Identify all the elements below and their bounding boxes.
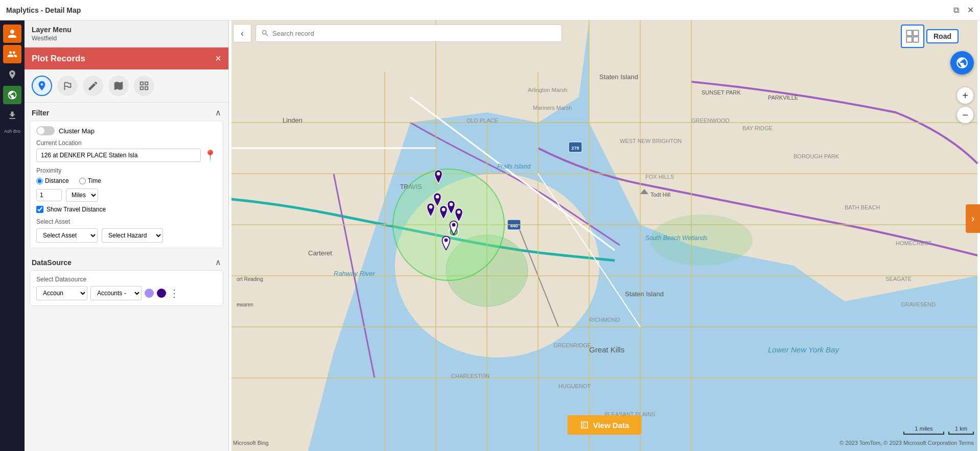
view-data-button[interactable]: View Data bbox=[568, 415, 642, 435]
left-arrow-icon: ‹ bbox=[241, 28, 244, 39]
map-left-arrow-button[interactable]: ‹ bbox=[233, 24, 251, 42]
map-type-icon[interactable] bbox=[901, 25, 924, 48]
svg-text:OLD PLACE: OLD PLACE bbox=[466, 117, 498, 124]
show-travel-distance-row: Show Travel Distance bbox=[36, 206, 217, 213]
location-pin-icon[interactable]: 📍 bbox=[204, 149, 217, 161]
datasource-row: Accoun Accounts - ⋮ bbox=[36, 286, 217, 300]
datasource-select-2[interactable]: Accounts - bbox=[90, 286, 142, 300]
pin-tool-button[interactable] bbox=[57, 76, 78, 96]
map-right-arrow-button[interactable]: › bbox=[966, 204, 980, 233]
svg-rect-62 bbox=[906, 37, 912, 42]
time-label: Time bbox=[88, 177, 101, 184]
map-top-bar: ‹ bbox=[229, 20, 980, 46]
nav-globe-button[interactable] bbox=[950, 51, 974, 75]
svg-point-25 bbox=[446, 235, 528, 306]
nav-map-pin-icon[interactable] bbox=[3, 65, 21, 84]
svg-text:Great Kills: Great Kills bbox=[589, 345, 624, 354]
location-row: 📍 bbox=[36, 149, 217, 162]
svg-text:Lower New York Bay: Lower New York Bay bbox=[768, 345, 839, 354]
svg-text:Linden: Linden bbox=[283, 116, 302, 124]
proximity-number-input[interactable] bbox=[36, 189, 62, 201]
datasource-dot-dark bbox=[157, 289, 166, 298]
hazard-select[interactable]: Select Hazard Hazard 1 bbox=[102, 228, 163, 243]
svg-rect-61 bbox=[913, 30, 919, 36]
distance-radio[interactable] bbox=[36, 178, 43, 184]
datasource-collapse-button[interactable]: ∧ bbox=[215, 257, 221, 267]
zoom-out-button[interactable]: − bbox=[956, 106, 974, 124]
nav-team-icon[interactable] bbox=[3, 45, 21, 63]
svg-text:South Beach Wetlands: South Beach Wetlands bbox=[645, 234, 708, 242]
layer-menu-label: Layer Menu bbox=[32, 26, 72, 34]
svg-text:BAY RIDGE: BAY RIDGE bbox=[742, 125, 773, 131]
nav-bar: Ash Bro bbox=[0, 20, 25, 451]
tool-icons-row bbox=[25, 69, 228, 103]
svg-text:ort Reading: ort Reading bbox=[237, 276, 263, 282]
svg-text:Mariners Marsh: Mariners Marsh bbox=[533, 105, 572, 111]
svg-text:TRAVIS: TRAVIS bbox=[400, 183, 422, 191]
svg-rect-60 bbox=[906, 30, 912, 36]
grid-tool-button[interactable] bbox=[134, 76, 154, 96]
location-input[interactable] bbox=[36, 149, 201, 162]
svg-text:Staten Island: Staten Island bbox=[625, 290, 664, 298]
miles-scale-bar bbox=[903, 432, 944, 435]
search-icon bbox=[261, 29, 269, 37]
distance-radio-item[interactable]: Distance bbox=[36, 177, 69, 184]
datasource-more-button[interactable]: ⋮ bbox=[169, 287, 179, 299]
sidebar: Layer Menu Westfield Plot Records × bbox=[25, 20, 229, 451]
miles-select[interactable]: Miles Km bbox=[66, 188, 98, 202]
title-bar-left: Maplytics - Detail Map bbox=[6, 6, 81, 14]
table-icon bbox=[580, 420, 589, 430]
svg-text:RICHMOND: RICHMOND bbox=[589, 317, 620, 323]
plot-records-close-button[interactable]: × bbox=[215, 53, 221, 64]
km-scale-bar bbox=[948, 432, 974, 435]
close-window-button[interactable]: ✕ bbox=[967, 5, 974, 15]
pen-tool-button[interactable] bbox=[83, 76, 103, 96]
region-tool-button[interactable] bbox=[108, 76, 129, 96]
svg-text:Arlington Marsh: Arlington Marsh bbox=[528, 87, 567, 93]
svg-text:HUGUENOT: HUGUENOT bbox=[558, 383, 591, 389]
road-button[interactable]: Road bbox=[926, 29, 959, 43]
map-search-input[interactable] bbox=[272, 30, 556, 37]
location-tool-button[interactable] bbox=[32, 76, 52, 96]
filter-collapse-button[interactable]: ∧ bbox=[215, 108, 221, 117]
filter-section-header: Filter ∧ bbox=[25, 103, 228, 121]
zoom-in-button[interactable]: + bbox=[956, 87, 974, 104]
zoom-in-icon: + bbox=[962, 90, 968, 102]
bing-label: Microsoft Bing bbox=[233, 440, 269, 446]
filter-section: Cluster Map Current Location 📍 Proximity… bbox=[30, 121, 223, 248]
asset-select[interactable]: Select Asset Asset 1 bbox=[36, 228, 98, 243]
svg-text:ewaren: ewaren bbox=[237, 302, 253, 307]
svg-text:440: 440 bbox=[510, 223, 518, 228]
zoom-out-icon: − bbox=[962, 109, 968, 121]
nav-ash-bro-label: Ash Bro bbox=[1, 129, 24, 134]
westfield-sidebar-label: Westfield bbox=[32, 35, 57, 42]
select-asset-row: Select Asset Asset 1 Select Hazard Hazar… bbox=[36, 228, 217, 243]
svg-text:GREENRIDGE: GREENRIDGE bbox=[553, 342, 591, 348]
datasource-dot-light bbox=[145, 289, 154, 298]
view-data-label: View Data bbox=[593, 421, 629, 430]
svg-text:SUNSET PARK: SUNSET PARK bbox=[702, 89, 741, 96]
distance-label: Distance bbox=[45, 177, 69, 184]
nav-person-icon[interactable] bbox=[3, 25, 21, 43]
svg-text:Rahway River: Rahway River bbox=[334, 270, 376, 277]
svg-text:BOROUGH PARK: BOROUGH PARK bbox=[794, 153, 839, 159]
restore-button[interactable]: ⧉ bbox=[953, 6, 959, 15]
nav-globe-icon[interactable] bbox=[3, 86, 21, 104]
time-radio-item[interactable]: Time bbox=[79, 177, 101, 184]
svg-text:SEAGATE: SEAGATE bbox=[885, 276, 912, 282]
svg-text:Staten Island: Staten Island bbox=[599, 73, 638, 81]
title-bar-controls: ⧉ ✕ bbox=[953, 5, 974, 15]
datasource-label: DataSource bbox=[32, 258, 72, 267]
show-travel-distance-checkbox[interactable] bbox=[36, 206, 43, 213]
cluster-map-toggle[interactable] bbox=[36, 126, 55, 135]
datasource-select-1[interactable]: Accoun bbox=[36, 286, 87, 300]
show-travel-distance-label: Show Travel Distance bbox=[46, 206, 106, 213]
scale-bars: 1 miles 1 km bbox=[903, 425, 974, 435]
plot-records-title: Plot Records bbox=[32, 54, 85, 64]
svg-rect-63 bbox=[913, 37, 919, 42]
map-copyright: © 2023 TomTom, © 2023 Microsoft Corporat… bbox=[839, 440, 974, 446]
proximity-input-row: Miles Km bbox=[36, 188, 217, 202]
time-radio[interactable] bbox=[79, 178, 86, 184]
svg-text:CHARLESTON: CHARLESTON bbox=[451, 373, 489, 379]
nav-download-icon[interactable] bbox=[3, 106, 21, 125]
